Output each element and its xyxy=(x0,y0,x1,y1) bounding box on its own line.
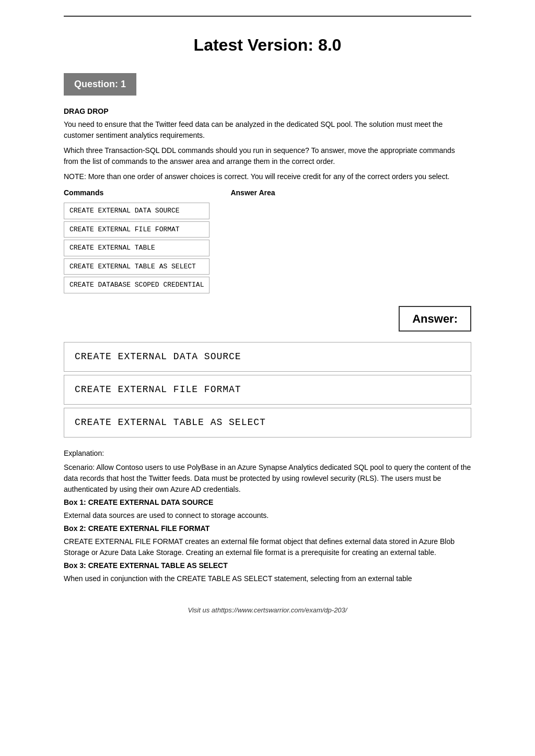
explanation-line-2: External data sources are used to connec… xyxy=(64,510,471,521)
answer-item-3[interactable]: CREATE EXTERNAL TABLE AS SELECT xyxy=(64,408,471,438)
explanation-line-1: Box 1: CREATE EXTERNAL DATA SOURCE xyxy=(64,497,471,508)
question-note: NOTE: More than one order of answer choi… xyxy=(64,171,471,182)
question-body: Which three Transaction-SQL DDL commands… xyxy=(64,145,471,167)
explanation-line-0: Scenario: Allow Contoso users to use Pol… xyxy=(64,462,471,495)
answer-label: Answer: xyxy=(399,306,471,332)
answer-item-2[interactable]: CREATE EXTERNAL FILE FORMAT xyxy=(64,375,471,405)
drag-drop-label: DRAG DROP xyxy=(64,106,471,117)
command-item[interactable]: CREATE EXTERNAL TABLE xyxy=(64,240,210,256)
command-item[interactable]: CREATE EXTERNAL DATA SOURCE xyxy=(64,203,210,219)
explanation-title: Explanation: xyxy=(64,448,471,459)
answer-boxes: CREATE EXTERNAL DATA SOURCE CREATE EXTER… xyxy=(64,342,471,438)
explanation-line-3: Box 2: CREATE EXTERNAL FILE FORMAT xyxy=(64,523,471,534)
answer-item-1[interactable]: CREATE EXTERNAL DATA SOURCE xyxy=(64,342,471,372)
explanation-line-4: CREATE EXTERNAL FILE FORMAT creates an e… xyxy=(64,536,471,558)
question-header: Question: 1 xyxy=(64,73,136,96)
explanation-line-5: Box 3: CREATE EXTERNAL TABLE AS SELECT xyxy=(64,560,471,571)
command-item[interactable]: CREATE EXTERNAL TABLE AS SELECT xyxy=(64,258,210,275)
page-title: Latest Version: 8.0 xyxy=(64,32,471,57)
command-item[interactable]: CREATE EXTERNAL FILE FORMAT xyxy=(64,221,210,238)
command-item[interactable]: CREATE DATABASE SCOPED CREDENTIAL xyxy=(64,277,210,293)
footer-text: Visit us athttps://www.certswarrior.com/… xyxy=(188,606,347,614)
answer-area-label: Answer Area xyxy=(230,187,366,198)
question-intro: You need to ensure that the Twitter feed… xyxy=(64,119,471,141)
explanation-line-6: When used in conjunction with the CREATE… xyxy=(64,573,471,584)
commands-label: Commands xyxy=(64,187,210,198)
